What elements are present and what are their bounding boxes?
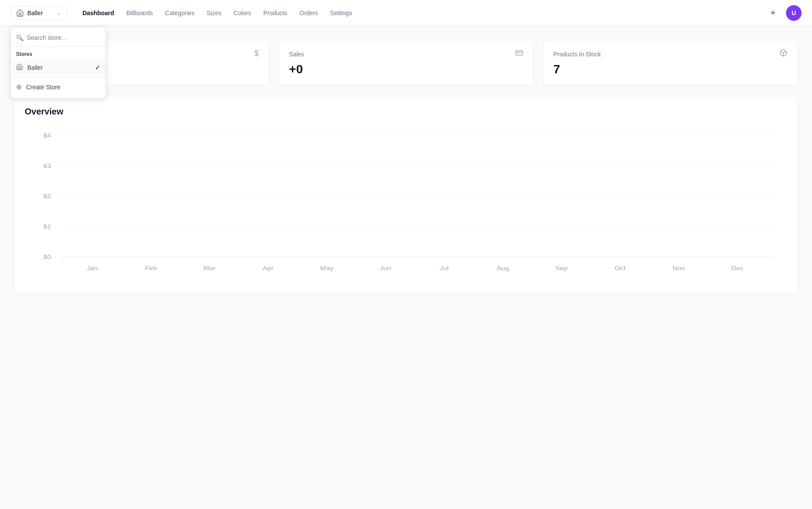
svg-text:Dec: Dec xyxy=(731,265,744,271)
overview-card: Overview $4 $3 $2 $1 $0 Jan Feb Mar Apr xyxy=(14,96,798,294)
svg-rect-0 xyxy=(516,51,522,55)
svg-text:Jun: Jun xyxy=(380,265,391,271)
svg-text:Aug: Aug xyxy=(497,265,509,271)
nav-item-colors[interactable]: Colors xyxy=(229,7,256,19)
chart-container: $4 $3 $2 $1 $0 Jan Feb Mar Apr May Jun J… xyxy=(25,127,787,283)
products-in-stock-value: 7 xyxy=(553,62,787,76)
avatar[interactable]: U xyxy=(786,5,802,21)
svg-text:$2: $2 xyxy=(43,193,51,199)
nav-item-sizes[interactable]: Sizes xyxy=(201,7,226,19)
svg-text:Mar: Mar xyxy=(203,265,216,271)
svg-text:Jan: Jan xyxy=(86,265,98,271)
sales-card: Sales +0 xyxy=(278,40,534,85)
store-name: Baller xyxy=(27,10,43,16)
store-search-input[interactable] xyxy=(27,34,100,41)
plus-circle-icon: ⊕ xyxy=(16,83,22,91)
nav-item-billboards[interactable]: Billboards xyxy=(121,7,158,19)
store-selector[interactable]: Baller ⌄ xyxy=(10,6,67,20)
store-item-label: Baller xyxy=(27,64,43,71)
dropdown-search-container: 🔍 xyxy=(11,31,105,45)
dollar-icon: $ xyxy=(254,49,259,58)
store-icon xyxy=(16,9,24,17)
avatar-initials: U xyxy=(792,10,796,16)
store-dropdown: 🔍 Stores Baller ✓ ⊕ Create Store xyxy=(10,27,106,98)
main-nav: Dashboard Billboards Categories Sizes Co… xyxy=(77,7,765,19)
products-in-stock-card: Products In Stock 7 xyxy=(543,40,798,85)
svg-text:Oct: Oct xyxy=(615,265,625,271)
svg-text:Jul: Jul xyxy=(440,265,449,271)
overview-title: Overview xyxy=(25,107,787,117)
dropdown-divider xyxy=(11,46,105,47)
nav-item-orders[interactable]: Orders xyxy=(294,7,323,19)
sun-icon: ☀ xyxy=(769,8,776,18)
header: Baller ⌄ Dashboard Billboards Categories… xyxy=(0,0,812,26)
stores-section-label: Stores xyxy=(11,49,105,60)
store-option-baller[interactable]: Baller ✓ xyxy=(11,60,105,75)
svg-text:Apr: Apr xyxy=(263,265,274,271)
header-actions: ☀ U xyxy=(765,5,802,21)
nav-item-products[interactable]: Products xyxy=(258,7,292,19)
nav-item-categories[interactable]: Categories xyxy=(160,7,200,19)
store-item-icon xyxy=(16,63,23,72)
check-icon: ✓ xyxy=(95,64,100,71)
create-store-button[interactable]: ⊕ Create Store xyxy=(11,79,105,95)
overview-chart: $4 $3 $2 $1 $0 Jan Feb Mar Apr May Jun J… xyxy=(25,127,787,283)
package-icon xyxy=(779,49,787,59)
sales-value: +0 xyxy=(289,62,523,76)
svg-text:$1: $1 xyxy=(43,224,51,229)
products-in-stock-title: Products In Stock xyxy=(553,51,601,58)
chevron-icon: ⌄ xyxy=(57,10,61,16)
sales-icon xyxy=(515,49,523,59)
main-content: Total Revenue $ $0.00 Sales +0 Products … xyxy=(0,26,812,308)
sales-title: Sales xyxy=(289,51,304,58)
nav-item-settings[interactable]: Settings xyxy=(325,7,357,19)
svg-text:$3: $3 xyxy=(43,163,51,169)
create-store-label: Create Store xyxy=(26,84,60,91)
svg-text:Sep: Sep xyxy=(555,265,568,271)
svg-text:May: May xyxy=(320,265,334,271)
svg-text:$0: $0 xyxy=(43,254,51,260)
search-icon: 🔍 xyxy=(16,34,23,41)
svg-text:Nov: Nov xyxy=(672,265,685,271)
svg-text:Feb: Feb xyxy=(145,265,157,271)
dropdown-divider-2 xyxy=(11,77,105,78)
nav-item-dashboard[interactable]: Dashboard xyxy=(77,7,119,19)
theme-toggle-button[interactable]: ☀ xyxy=(765,5,781,21)
stats-cards: Total Revenue $ $0.00 Sales +0 Products … xyxy=(14,40,798,85)
svg-text:$4: $4 xyxy=(43,133,51,138)
